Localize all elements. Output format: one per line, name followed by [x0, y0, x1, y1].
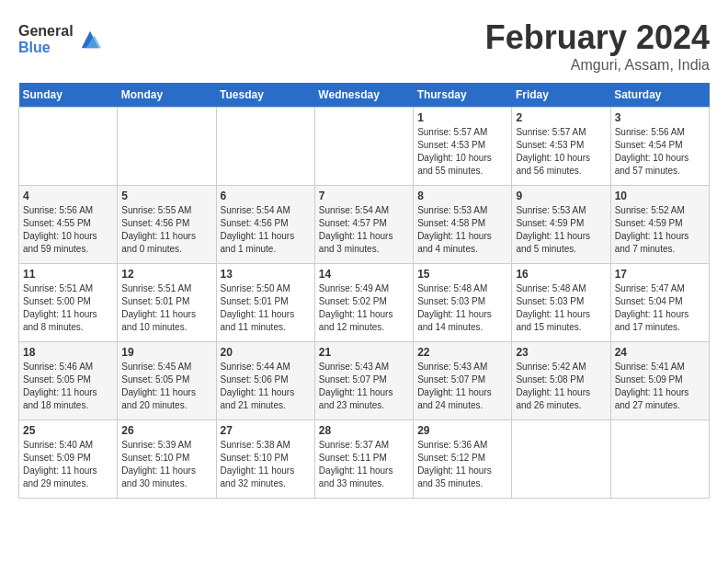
day-header-thursday: Thursday [414, 83, 512, 108]
day-info: Sunrise: 5:56 AM Sunset: 4:54 PM Dayligh… [615, 126, 705, 178]
day-number: 12 [121, 268, 211, 281]
calendar-cell: 15Sunrise: 5:48 AM Sunset: 5:03 PM Dayli… [414, 264, 512, 342]
calendar-cell: 20Sunrise: 5:44 AM Sunset: 5:06 PM Dayli… [216, 342, 314, 420]
day-number: 21 [319, 346, 409, 359]
calendar-cell: 6Sunrise: 5:54 AM Sunset: 4:56 PM Daylig… [216, 186, 314, 264]
day-number: 18 [23, 346, 113, 359]
day-header-tuesday: Tuesday [216, 83, 314, 108]
day-number: 7 [319, 190, 409, 202]
day-number: 25 [23, 424, 113, 437]
location-title: Amguri, Assam, India [485, 57, 710, 74]
day-info: Sunrise: 5:57 AM Sunset: 4:53 PM Dayligh… [516, 126, 606, 178]
day-number: 9 [516, 190, 606, 202]
day-info: Sunrise: 5:41 AM Sunset: 5:09 PM Dayligh… [615, 361, 705, 412]
day-info: Sunrise: 5:46 AM Sunset: 5:05 PM Dayligh… [23, 361, 113, 412]
calendar-cell: 26Sunrise: 5:39 AM Sunset: 5:10 PM Dayli… [118, 420, 216, 499]
calendar-cell: 16Sunrise: 5:48 AM Sunset: 5:03 PM Dayli… [512, 264, 610, 342]
day-number: 28 [319, 424, 409, 437]
day-info: Sunrise: 5:51 AM Sunset: 5:00 PM Dayligh… [23, 282, 113, 334]
day-number: 2 [516, 111, 606, 124]
calendar-table: SundayMondayTuesdayWednesdayThursdayFrid… [18, 83, 710, 499]
calendar-cell [314, 108, 413, 186]
calendar-cell: 3Sunrise: 5:56 AM Sunset: 4:54 PM Daylig… [610, 108, 709, 186]
day-number: 5 [121, 190, 211, 202]
calendar-cell: 4Sunrise: 5:56 AM Sunset: 4:55 PM Daylig… [19, 186, 118, 264]
day-number: 1 [417, 111, 507, 124]
day-info: Sunrise: 5:47 AM Sunset: 5:04 PM Dayligh… [615, 282, 705, 334]
logo-blue-text: Blue [18, 40, 74, 56]
day-number: 6 [221, 190, 311, 202]
day-number: 27 [221, 424, 311, 437]
day-header-monday: Monday [118, 83, 216, 108]
calendar-cell: 17Sunrise: 5:47 AM Sunset: 5:04 PM Dayli… [610, 264, 709, 342]
calendar-week-4: 25Sunrise: 5:40 AM Sunset: 5:09 PM Dayli… [19, 420, 710, 499]
day-info: Sunrise: 5:48 AM Sunset: 5:03 PM Dayligh… [516, 282, 606, 334]
logo-icon [77, 27, 103, 52]
calendar-cell: 23Sunrise: 5:42 AM Sunset: 5:08 PM Dayli… [512, 342, 610, 420]
logo-general-text: General [18, 23, 74, 40]
calendar-cell: 7Sunrise: 5:54 AM Sunset: 4:57 PM Daylig… [314, 186, 413, 264]
day-number: 20 [221, 346, 311, 359]
calendar-cell: 25Sunrise: 5:40 AM Sunset: 5:09 PM Dayli… [19, 420, 118, 499]
day-info: Sunrise: 5:43 AM Sunset: 5:07 PM Dayligh… [319, 361, 409, 412]
day-number: 4 [23, 190, 113, 202]
day-number: 23 [516, 346, 606, 359]
calendar-week-3: 18Sunrise: 5:46 AM Sunset: 5:05 PM Dayli… [19, 342, 710, 420]
day-number: 16 [516, 268, 606, 281]
calendar-header-row: SundayMondayTuesdayWednesdayThursdayFrid… [19, 83, 710, 108]
calendar-cell: 11Sunrise: 5:51 AM Sunset: 5:00 PM Dayli… [19, 264, 118, 342]
calendar-cell: 12Sunrise: 5:51 AM Sunset: 5:01 PM Dayli… [118, 264, 216, 342]
day-number: 15 [417, 268, 507, 281]
day-number: 24 [615, 346, 705, 359]
calendar-cell: 22Sunrise: 5:43 AM Sunset: 5:07 PM Dayli… [414, 342, 512, 420]
calendar-cell: 1Sunrise: 5:57 AM Sunset: 4:53 PM Daylig… [414, 108, 512, 186]
day-info: Sunrise: 5:49 AM Sunset: 5:02 PM Dayligh… [319, 282, 409, 334]
day-info: Sunrise: 5:52 AM Sunset: 4:59 PM Dayligh… [615, 204, 705, 256]
day-info: Sunrise: 5:50 AM Sunset: 5:01 PM Dayligh… [221, 282, 311, 334]
calendar-cell: 28Sunrise: 5:37 AM Sunset: 5:11 PM Dayli… [314, 420, 413, 499]
day-info: Sunrise: 5:43 AM Sunset: 5:07 PM Dayligh… [417, 361, 507, 412]
calendar-cell [610, 420, 709, 499]
logo: General Blue [18, 23, 103, 55]
calendar-cell: 21Sunrise: 5:43 AM Sunset: 5:07 PM Dayli… [314, 342, 413, 420]
day-info: Sunrise: 5:53 AM Sunset: 4:58 PM Dayligh… [417, 204, 507, 256]
calendar-cell: 18Sunrise: 5:46 AM Sunset: 5:05 PM Dayli… [19, 342, 118, 420]
day-number: 10 [615, 190, 705, 202]
day-info: Sunrise: 5:37 AM Sunset: 5:11 PM Dayligh… [319, 439, 409, 490]
calendar-cell: 2Sunrise: 5:57 AM Sunset: 4:53 PM Daylig… [512, 108, 610, 186]
day-info: Sunrise: 5:42 AM Sunset: 5:08 PM Dayligh… [516, 361, 606, 412]
day-number: 11 [23, 268, 113, 281]
calendar-cell: 9Sunrise: 5:53 AM Sunset: 4:59 PM Daylig… [512, 186, 610, 264]
calendar-week-2: 11Sunrise: 5:51 AM Sunset: 5:00 PM Dayli… [19, 264, 710, 342]
calendar-cell: 27Sunrise: 5:38 AM Sunset: 5:10 PM Dayli… [216, 420, 314, 499]
title-section: February 2024 Amguri, Assam, India [485, 18, 710, 74]
calendar-cell [216, 108, 314, 186]
day-number: 29 [417, 424, 507, 437]
day-number: 26 [121, 424, 211, 437]
day-number: 19 [121, 346, 211, 359]
day-number: 13 [221, 268, 311, 281]
calendar-cell: 10Sunrise: 5:52 AM Sunset: 4:59 PM Dayli… [610, 186, 709, 264]
day-info: Sunrise: 5:38 AM Sunset: 5:10 PM Dayligh… [221, 439, 311, 490]
day-info: Sunrise: 5:36 AM Sunset: 5:12 PM Dayligh… [417, 439, 507, 490]
day-info: Sunrise: 5:54 AM Sunset: 4:57 PM Dayligh… [319, 204, 409, 256]
day-header-sunday: Sunday [19, 83, 118, 108]
day-header-saturday: Saturday [610, 83, 709, 108]
calendar-cell: 24Sunrise: 5:41 AM Sunset: 5:09 PM Dayli… [610, 342, 709, 420]
day-number: 22 [417, 346, 507, 359]
calendar-week-1: 4Sunrise: 5:56 AM Sunset: 4:55 PM Daylig… [19, 186, 710, 264]
day-number: 8 [417, 190, 507, 202]
calendar-cell: 29Sunrise: 5:36 AM Sunset: 5:12 PM Dayli… [414, 420, 512, 499]
calendar-cell: 8Sunrise: 5:53 AM Sunset: 4:58 PM Daylig… [414, 186, 512, 264]
day-header-wednesday: Wednesday [314, 83, 413, 108]
day-number: 17 [615, 268, 705, 281]
calendar-cell: 14Sunrise: 5:49 AM Sunset: 5:02 PM Dayli… [314, 264, 413, 342]
calendar-week-0: 1Sunrise: 5:57 AM Sunset: 4:53 PM Daylig… [19, 108, 710, 186]
page-header: General Blue February 2024 Amguri, Assam… [18, 18, 710, 74]
day-info: Sunrise: 5:57 AM Sunset: 4:53 PM Dayligh… [417, 126, 507, 178]
day-info: Sunrise: 5:56 AM Sunset: 4:55 PM Dayligh… [23, 204, 113, 256]
calendar-cell [19, 108, 118, 186]
day-header-friday: Friday [512, 83, 610, 108]
day-info: Sunrise: 5:53 AM Sunset: 4:59 PM Dayligh… [516, 204, 606, 256]
day-info: Sunrise: 5:48 AM Sunset: 5:03 PM Dayligh… [417, 282, 507, 334]
